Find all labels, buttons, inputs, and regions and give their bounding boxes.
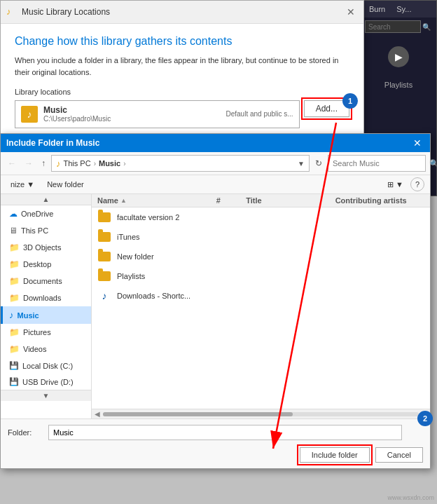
file-icon-itunes xyxy=(97,230,111,244)
nav-scroll-down[interactable]: ▼ xyxy=(1,390,91,401)
locations-list: ♪ Music C:\Users\padro\Music Default and… xyxy=(15,100,300,128)
cancel-button[interactable]: Cancel xyxy=(375,447,423,463)
col-title-header[interactable]: Title xyxy=(246,196,335,205)
location-badge: Default and public s... xyxy=(226,110,293,118)
path-sep-1: › xyxy=(94,160,96,168)
help-button[interactable]: ? xyxy=(410,177,424,191)
nav-item-usb1[interactable]: 💾 USB Drive (D:) xyxy=(1,374,91,390)
pictures-icon: 📁 xyxy=(9,327,20,337)
nav-pane: ▲ ☁ OneDrive 🖥 This PC 📁 3D Objects 📁 De… xyxy=(1,194,92,418)
nav-item-localdisk[interactable]: 💾 Local Disk (C:) xyxy=(1,357,91,374)
file-list-pane: Name ▲ # Title Contributing artists facu… xyxy=(92,194,430,418)
search-input[interactable] xyxy=(333,159,429,168)
view-button[interactable]: ⊞ ▼ xyxy=(384,179,406,191)
address-bar: ← → ↑ ♪ This PC › Music › ▼ ↻ 🔍 xyxy=(1,152,430,175)
file-name-itunes: iTunes xyxy=(117,233,140,241)
wmp-toolbar: Burn Sy... xyxy=(361,1,436,18)
wmp-search-input[interactable] xyxy=(365,20,421,33)
new-folder-button[interactable]: New folder xyxy=(43,179,88,190)
library-dialog-body: Change how this library gathers its cont… xyxy=(1,24,363,147)
nav-item-music-label: Music xyxy=(18,311,39,320)
videos-icon: 📁 xyxy=(9,344,20,354)
nav-item-onedrive[interactable]: ☁ OneDrive xyxy=(1,205,91,222)
location-name: Music xyxy=(43,105,111,115)
sort-icon: ▲ xyxy=(120,197,127,204)
file-icon-facultate xyxy=(97,210,111,224)
include-dialog: Include Folder in Music ✕ ← → ↑ ♪ This P… xyxy=(0,133,431,469)
hscroll-area: ◀ ▶ xyxy=(92,409,430,418)
nav-scroll-up[interactable]: ▲ xyxy=(1,194,91,205)
file-toolbar: nize ▼ New folder ⊞ ▼ ? xyxy=(1,175,430,194)
button-row: Include folder Cancel xyxy=(8,447,423,463)
pc-icon: 🖥 xyxy=(9,226,18,236)
nav-item-pictures[interactable]: 📁 Pictures xyxy=(1,324,91,341)
search-box: 🔍 xyxy=(328,155,426,172)
file-item-playlists[interactable]: Playlists xyxy=(92,266,430,286)
path-dropdown-button[interactable]: ▼ xyxy=(298,160,305,168)
path-music-icon: ♪ xyxy=(56,158,61,169)
file-name-newfolder: New folder xyxy=(117,252,154,261)
nav-item-pictures-label: Pictures xyxy=(23,328,51,336)
locations-row: ♪ Music C:\Users\padro\Music Default and… xyxy=(15,100,349,128)
file-items: facultate version 2 iTunes New folder xyxy=(92,207,430,409)
wmp-play-icon[interactable]: ▶ xyxy=(388,46,409,67)
nav-item-videos[interactable]: 📁 Videos xyxy=(1,341,91,357)
wmp-play-area: ▶ xyxy=(361,36,436,78)
nav-up-button[interactable]: ↑ xyxy=(39,157,48,170)
path-sep-2: › xyxy=(123,160,125,168)
nav-item-documents[interactable]: 📁 Documents xyxy=(1,273,91,290)
folder-input[interactable] xyxy=(48,425,402,440)
nav-item-downloads[interactable]: 📁 Downloads xyxy=(1,290,91,306)
nav-item-3dobjects[interactable]: 📁 3D Objects xyxy=(1,239,91,256)
watermark: www.wsxdn.com xyxy=(387,494,434,501)
file-item-downloads-shortcut[interactable]: ♪ Downloads - Shortc... xyxy=(92,286,430,306)
hscroll-left-btn[interactable]: ◀ xyxy=(95,410,100,418)
refresh-button[interactable]: ↻ xyxy=(312,157,325,170)
nav-item-desktop-label: Desktop xyxy=(23,260,51,268)
library-dialog-icon: ♪ xyxy=(6,6,18,18)
col-num-header[interactable]: # xyxy=(216,196,246,205)
library-dialog: ♪ Music Library Locations ✕ Change how t… xyxy=(0,0,364,147)
wmp-search-icon: 🔍 xyxy=(422,23,431,31)
wmp-search-area: 🔍 xyxy=(361,18,436,36)
nav-item-usb1-label: USB Drive (D:) xyxy=(22,378,74,386)
library-dialog-titlebar: ♪ Music Library Locations ✕ xyxy=(1,1,363,24)
file-name-downloads-shortcut: Downloads - Shortc... xyxy=(117,292,190,300)
library-locations-label: Library locations xyxy=(15,88,349,96)
nav-item-thispc[interactable]: 🖥 This PC xyxy=(1,222,91,239)
library-dialog-title: Music Library Locations xyxy=(22,7,110,17)
hscroll-track[interactable] xyxy=(103,412,419,416)
nav-item-desktop[interactable]: 📁 Desktop xyxy=(1,256,91,273)
path-music: Music xyxy=(99,159,120,168)
folder-yellow-1 xyxy=(98,212,111,222)
col-name-header[interactable]: Name ▲ xyxy=(97,196,216,205)
wmp-burn-btn[interactable]: Burn xyxy=(365,4,389,15)
location-path: C:\Users\padro\Music xyxy=(43,115,111,123)
organize-label: nize ▼ xyxy=(11,180,34,189)
include-content: ▲ ☁ OneDrive 🖥 This PC 📁 3D Objects 📁 De… xyxy=(1,194,430,418)
nav-back-button[interactable]: ← xyxy=(5,157,19,170)
nav-item-3dobjects-label: 3D Objects xyxy=(23,243,61,252)
file-item-facultate[interactable]: facultate version 2 xyxy=(92,207,430,227)
include-folder-button[interactable]: Include folder xyxy=(300,447,370,463)
organize-button[interactable]: nize ▼ xyxy=(6,179,39,190)
nav-item-onedrive-label: OneDrive xyxy=(21,210,53,218)
location-music-icon: ♪ xyxy=(21,106,38,123)
file-item-newfolder[interactable]: New folder xyxy=(92,247,430,266)
nav-item-music[interactable]: ♪ Music xyxy=(1,306,91,324)
file-icon-downloads-shortcut: ♪ xyxy=(97,289,111,303)
file-icon-newfolder xyxy=(97,250,111,264)
file-item-itunes[interactable]: iTunes xyxy=(92,227,430,247)
include-dialog-close[interactable]: ✕ xyxy=(410,137,424,149)
folder-label: Folder: xyxy=(8,428,43,437)
path-this-pc: This PC xyxy=(64,159,91,168)
col-contrib-header[interactable]: Contributing artists xyxy=(335,196,424,205)
folder-yellow-3 xyxy=(98,252,111,261)
documents-icon: 📁 xyxy=(9,276,20,286)
library-dialog-close[interactable]: ✕ xyxy=(344,5,358,19)
wmp-sync-btn[interactable]: Sy... xyxy=(392,4,415,15)
file-name-facultate: facultate version 2 xyxy=(117,213,179,222)
nav-forward-button[interactable]: → xyxy=(22,157,36,170)
usb1-icon: 💾 xyxy=(9,377,19,386)
nav-item-localdisk-label: Local Disk (C:) xyxy=(22,362,73,370)
